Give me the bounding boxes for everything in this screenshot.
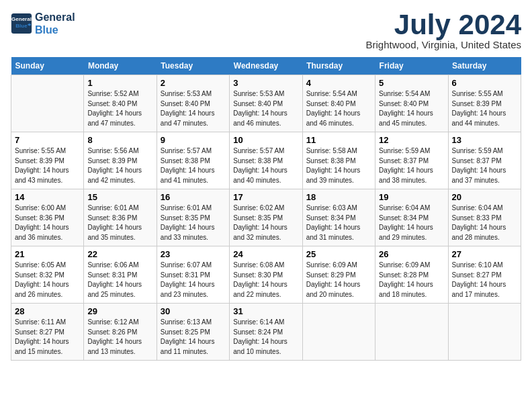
calendar-table: SundayMondayTuesdayWednesdayThursdayFrid… [11,57,521,361]
calendar-cell [448,304,521,361]
day-number: 19 [379,192,444,202]
logo: General Blue General Blue [11,11,75,36]
week-row-1: 1Sunrise: 5:52 AM Sunset: 8:40 PM Daylig… [11,75,521,132]
day-info: Sunrise: 6:00 AM Sunset: 8:36 PM Dayligh… [15,203,80,242]
calendar-cell: 28Sunrise: 6:11 AM Sunset: 8:27 PM Dayli… [11,304,84,361]
calendar-cell: 21Sunrise: 6:05 AM Sunset: 8:32 PM Dayli… [11,246,84,304]
day-info: Sunrise: 6:06 AM Sunset: 8:31 PM Dayligh… [87,261,152,300]
title-area: July 2024 Brightwood, Virginia, United S… [365,11,521,50]
calendar-cell: 29Sunrise: 6:12 AM Sunset: 8:26 PM Dayli… [84,304,157,361]
day-info: Sunrise: 6:01 AM Sunset: 8:35 PM Dayligh… [161,203,226,242]
day-number: 4 [306,78,371,88]
calendar-cell: 23Sunrise: 6:07 AM Sunset: 8:31 PM Dayli… [157,246,229,304]
calendar-cell: 10Sunrise: 5:57 AM Sunset: 8:38 PM Dayli… [230,132,302,189]
day-number: 31 [233,306,298,316]
day-info: Sunrise: 6:10 AM Sunset: 8:27 PM Dayligh… [452,261,517,300]
day-number: 20 [452,192,517,202]
calendar-cell: 2Sunrise: 5:53 AM Sunset: 8:40 PM Daylig… [157,75,229,132]
logo-icon: General Blue [11,13,32,34]
calendar-cell: 5Sunrise: 5:54 AM Sunset: 8:40 PM Daylig… [375,75,448,132]
day-number: 23 [161,249,226,259]
calendar-cell [11,75,84,132]
calendar-header-row: SundayMondayTuesdayWednesdayThursdayFrid… [11,57,521,75]
calendar-cell: 26Sunrise: 6:09 AM Sunset: 8:28 PM Dayli… [375,246,448,304]
calendar-cell: 20Sunrise: 6:04 AM Sunset: 8:33 PM Dayli… [448,189,521,246]
day-number: 10 [233,135,298,145]
calendar-cell: 8Sunrise: 5:56 AM Sunset: 8:39 PM Daylig… [84,132,157,189]
calendar-cell: 13Sunrise: 5:59 AM Sunset: 8:37 PM Dayli… [448,132,521,189]
day-number: 2 [161,78,226,88]
day-number: 12 [379,135,444,145]
calendar-cell: 6Sunrise: 5:55 AM Sunset: 8:39 PM Daylig… [448,75,521,132]
day-number: 11 [306,135,371,145]
page-header: General Blue General Blue July 2024 Brig… [11,11,521,50]
calendar-cell: 7Sunrise: 5:55 AM Sunset: 8:39 PM Daylig… [11,132,84,189]
week-row-5: 28Sunrise: 6:11 AM Sunset: 8:27 PM Dayli… [11,304,521,361]
day-number: 21 [15,249,80,259]
day-info: Sunrise: 6:03 AM Sunset: 8:34 PM Dayligh… [306,203,371,242]
header-thursday: Thursday [302,57,375,75]
location: Brightwood, Virginia, United States [365,39,521,50]
day-number: 27 [452,249,517,259]
day-info: Sunrise: 5:55 AM Sunset: 8:39 PM Dayligh… [452,89,517,128]
day-info: Sunrise: 5:59 AM Sunset: 8:37 PM Dayligh… [452,146,517,185]
calendar-cell: 12Sunrise: 5:59 AM Sunset: 8:37 PM Dayli… [375,132,448,189]
day-number: 29 [87,306,152,316]
calendar-cell: 16Sunrise: 6:01 AM Sunset: 8:35 PM Dayli… [157,189,229,246]
day-info: Sunrise: 6:11 AM Sunset: 8:27 PM Dayligh… [15,318,80,357]
calendar-cell: 15Sunrise: 6:01 AM Sunset: 8:36 PM Dayli… [84,189,157,246]
day-number: 8 [87,135,152,145]
day-info: Sunrise: 5:58 AM Sunset: 8:38 PM Dayligh… [306,146,371,185]
day-info: Sunrise: 6:08 AM Sunset: 8:30 PM Dayligh… [233,261,298,300]
day-number: 28 [15,306,80,316]
day-number: 24 [233,249,298,259]
day-info: Sunrise: 5:53 AM Sunset: 8:40 PM Dayligh… [161,89,226,128]
day-number: 26 [379,249,444,259]
svg-text:Blue: Blue [15,23,28,29]
week-row-2: 7Sunrise: 5:55 AM Sunset: 8:39 PM Daylig… [11,132,521,189]
header-saturday: Saturday [448,57,521,75]
calendar-cell: 19Sunrise: 6:04 AM Sunset: 8:34 PM Dayli… [375,189,448,246]
calendar-cell: 14Sunrise: 6:00 AM Sunset: 8:36 PM Dayli… [11,189,84,246]
day-number: 6 [452,78,517,88]
calendar-cell: 11Sunrise: 5:58 AM Sunset: 8:38 PM Dayli… [302,132,375,189]
logo-general: General [35,11,75,24]
day-number: 13 [452,135,517,145]
header-tuesday: Tuesday [157,57,229,75]
day-info: Sunrise: 5:57 AM Sunset: 8:38 PM Dayligh… [233,146,298,185]
day-number: 15 [87,192,152,202]
day-number: 16 [161,192,226,202]
calendar-cell [302,304,375,361]
calendar-cell: 30Sunrise: 6:13 AM Sunset: 8:25 PM Dayli… [157,304,229,361]
calendar-cell: 4Sunrise: 5:54 AM Sunset: 8:40 PM Daylig… [302,75,375,132]
day-info: Sunrise: 5:54 AM Sunset: 8:40 PM Dayligh… [379,89,444,128]
day-info: Sunrise: 5:57 AM Sunset: 8:38 PM Dayligh… [161,146,226,185]
header-sunday: Sunday [11,57,84,75]
day-number: 1 [87,78,152,88]
day-info: Sunrise: 5:56 AM Sunset: 8:39 PM Dayligh… [87,146,152,185]
day-info: Sunrise: 6:02 AM Sunset: 8:35 PM Dayligh… [233,203,298,242]
day-number: 30 [161,306,226,316]
calendar-cell: 1Sunrise: 5:52 AM Sunset: 8:40 PM Daylig… [84,75,157,132]
week-row-4: 21Sunrise: 6:05 AM Sunset: 8:32 PM Dayli… [11,246,521,304]
day-info: Sunrise: 6:04 AM Sunset: 8:34 PM Dayligh… [379,203,444,242]
calendar-cell: 9Sunrise: 5:57 AM Sunset: 8:38 PM Daylig… [157,132,229,189]
day-info: Sunrise: 6:05 AM Sunset: 8:32 PM Dayligh… [15,261,80,300]
day-info: Sunrise: 6:01 AM Sunset: 8:36 PM Dayligh… [87,203,152,242]
day-number: 5 [379,78,444,88]
day-info: Sunrise: 6:12 AM Sunset: 8:26 PM Dayligh… [87,318,152,357]
header-friday: Friday [375,57,448,75]
day-number: 9 [161,135,226,145]
calendar-cell: 18Sunrise: 6:03 AM Sunset: 8:34 PM Dayli… [302,189,375,246]
calendar-cell: 22Sunrise: 6:06 AM Sunset: 8:31 PM Dayli… [84,246,157,304]
calendar-cell: 31Sunrise: 6:14 AM Sunset: 8:24 PM Dayli… [230,304,302,361]
month-title: July 2024 [365,11,521,39]
logo-blue: Blue [35,24,75,36]
day-info: Sunrise: 5:53 AM Sunset: 8:40 PM Dayligh… [233,89,298,128]
day-number: 22 [87,249,152,259]
day-number: 3 [233,78,298,88]
header-monday: Monday [84,57,157,75]
calendar-cell: 25Sunrise: 6:09 AM Sunset: 8:29 PM Dayli… [302,246,375,304]
day-info: Sunrise: 6:13 AM Sunset: 8:25 PM Dayligh… [161,318,226,357]
week-row-3: 14Sunrise: 6:00 AM Sunset: 8:36 PM Dayli… [11,189,521,246]
